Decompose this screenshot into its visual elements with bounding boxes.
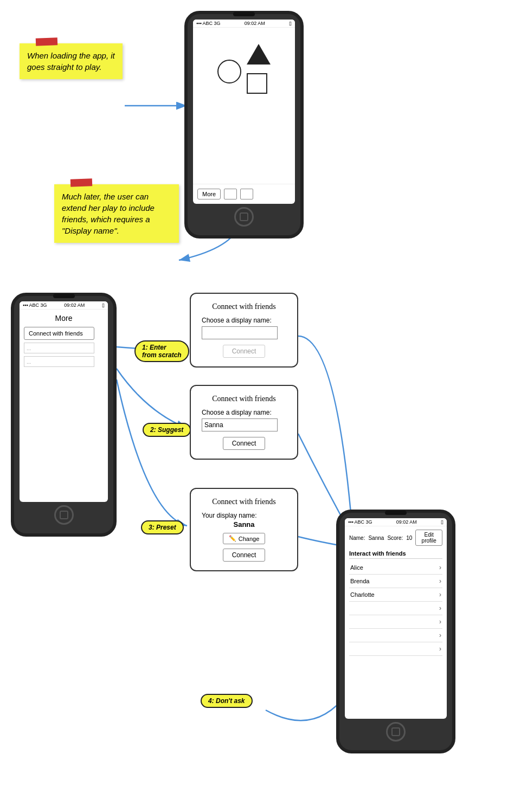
phone-top: ▪▪▪ ABC 3G 09:02 AM ▯ More: [184, 11, 304, 239]
btn-sq-2[interactable]: [240, 189, 253, 199]
sticky-note-1-text: When loading the app, it goes straight t…: [27, 51, 115, 72]
dialog-1-label: Choose a display name:: [202, 317, 286, 324]
btn-sq-1[interactable]: [224, 189, 237, 199]
friend-name-alice: Alice: [350, 564, 363, 571]
phone-top-screen: ▪▪▪ ABC 3G 09:02 AM ▯ More: [193, 20, 295, 204]
chevron-charlotte: ›: [439, 591, 441, 598]
empty-row-4[interactable]: ›: [349, 642, 442, 656]
interact-section-title: Interact with friends: [349, 550, 442, 559]
home-button-left[interactable]: [54, 505, 74, 525]
phone-left-screen: ▪▪▪ ABC 3G 09:02 AM ▯ More Connect with …: [20, 301, 108, 502]
phone-top-bottom-bar: More: [193, 184, 295, 204]
home-button-right[interactable]: [386, 722, 406, 742]
balloon-1-text: 1: Enterfrom scratch: [142, 344, 182, 359]
balloon-3-text: 3: Preset: [149, 524, 176, 531]
edit-profile-button[interactable]: Edit profile: [415, 530, 442, 546]
dialog-2-input[interactable]: [202, 418, 278, 431]
home-button-inner-left: [60, 511, 68, 519]
more-button-top[interactable]: More: [197, 189, 221, 199]
dialog-preset: Connect with friends Your display name: …: [190, 488, 298, 571]
more-title: More: [24, 314, 104, 323]
shape-square: [247, 73, 267, 94]
pencil-icon: ✏️: [229, 535, 236, 542]
friend-row-alice[interactable]: Alice ›: [349, 561, 442, 575]
chevron-brenda: ›: [439, 577, 441, 585]
phone-right-screen: ▪▪▪ ABC 3G 09:02 AM ▯ Name: Sanna Score:…: [345, 518, 447, 719]
signal-top: ▪▪▪ ABC 3G: [196, 21, 221, 26]
balloon-4-text: 4: Don't ask: [208, 697, 245, 705]
chevron-alice: ›: [439, 564, 441, 571]
home-button-top[interactable]: [234, 207, 254, 227]
score-value: 10: [406, 535, 412, 541]
balloon-preset: 3: Preset: [141, 520, 184, 534]
signal-left: ▪▪▪ ABC 3G: [23, 302, 47, 308]
dialog-suggest: Connect with friends Choose a display na…: [190, 385, 298, 460]
battery-top: ▯: [289, 21, 292, 26]
status-bar-top: ▪▪▪ ABC 3G 09:02 AM ▯: [193, 20, 295, 28]
name-value: Sanna: [368, 535, 384, 541]
dialog-2-title: Connect with friends: [202, 395, 286, 403]
status-bar-right: ▪▪▪ ABC 3G 09:02 AM ▯: [345, 518, 447, 526]
empty-row-2[interactable]: ›: [349, 615, 442, 629]
friend-row-charlotte[interactable]: Charlotte ›: [349, 588, 442, 602]
phone-left: ▪▪▪ ABC 3G 09:02 AM ▯ More Connect with …: [11, 293, 117, 537]
dialog-1-input[interactable]: [202, 326, 278, 339]
balloon-suggest: 2: Suggest: [143, 423, 191, 437]
more-field-1: ...: [24, 343, 94, 353]
score-label: Score:: [387, 535, 403, 541]
more-field-2-text: ...: [27, 359, 31, 365]
chevron-empty-3: ›: [439, 631, 441, 639]
shape-circle: [217, 60, 241, 83]
connect-with-friends-button[interactable]: Connect with friends: [24, 327, 94, 340]
friend-name-charlotte: Charlotte: [350, 591, 375, 598]
shapes-area: [193, 28, 295, 105]
sticky-note-2: Much later, the user can extend her play…: [54, 184, 179, 243]
time-top: 09:02 AM: [245, 21, 265, 26]
sticky-note-1: When loading the app, it goes straight t…: [20, 43, 123, 79]
more-field-1-text: ...: [27, 345, 31, 351]
chevron-empty-1: ›: [439, 604, 441, 612]
name-label: Name:: [349, 535, 365, 541]
status-bar-left: ▪▪▪ ABC 3G 09:02 AM ▯: [20, 301, 108, 310]
dialog-3-title: Connect with friends: [202, 498, 286, 506]
dialog-3-change-label: Change: [239, 536, 260, 542]
dialog-1-title: Connect with friends: [202, 302, 286, 311]
balloon-2-text: 2: Suggest: [150, 426, 183, 434]
sticky-note-2-text: Much later, the user can extend her play…: [62, 192, 155, 235]
dialog-3-connect-button[interactable]: Connect: [223, 549, 266, 562]
phone-speaker-left: [53, 294, 75, 298]
signal-right: ▪▪▪ ABC 3G: [348, 519, 372, 525]
chevron-empty-4: ›: [439, 645, 441, 653]
phone-speaker-right: [385, 511, 407, 515]
battery-left: ▯: [102, 302, 105, 308]
shape-triangle: [247, 44, 271, 65]
dialog-2-label: Choose a display name:: [202, 409, 286, 416]
balloon-enter-scratch: 1: Enterfrom scratch: [134, 340, 189, 362]
more-field-2: ...: [24, 356, 94, 367]
time-right: 09:02 AM: [396, 519, 417, 525]
time-left: 09:02 AM: [64, 302, 85, 308]
phone-right: ▪▪▪ ABC 3G 09:02 AM ▯ Name: Sanna Score:…: [336, 510, 455, 753]
interact-screen: Name: Sanna Score: 10 Edit profile Inter…: [345, 526, 447, 659]
empty-row-3[interactable]: ›: [349, 629, 442, 642]
friend-row-brenda[interactable]: Brenda ›: [349, 575, 442, 588]
dialog-3-name: Sanna: [202, 520, 286, 529]
balloon-dont-ask: 4: Don't ask: [201, 694, 253, 708]
dialog-3-change-button[interactable]: ✏️ Change: [223, 533, 266, 544]
battery-right: ▯: [441, 519, 444, 525]
dialog-enter-scratch: Connect with friends Choose a display na…: [190, 293, 298, 368]
dialog-3-your-display-label: Your display name:: [202, 512, 286, 519]
chevron-empty-2: ›: [439, 618, 441, 626]
friend-name-brenda: Brenda: [350, 578, 369, 584]
profile-row: Name: Sanna Score: 10 Edit profile: [349, 530, 442, 546]
home-button-inner-top: [240, 212, 248, 221]
dialog-2-connect-button[interactable]: Connect: [223, 437, 266, 450]
empty-row-1[interactable]: ›: [349, 602, 442, 615]
more-screen: More Connect with friends ... ...: [20, 310, 108, 374]
phone-speaker-top: [233, 12, 255, 16]
dialog-1-connect-button[interactable]: Connect: [223, 345, 266, 358]
home-button-inner-right: [391, 727, 400, 736]
